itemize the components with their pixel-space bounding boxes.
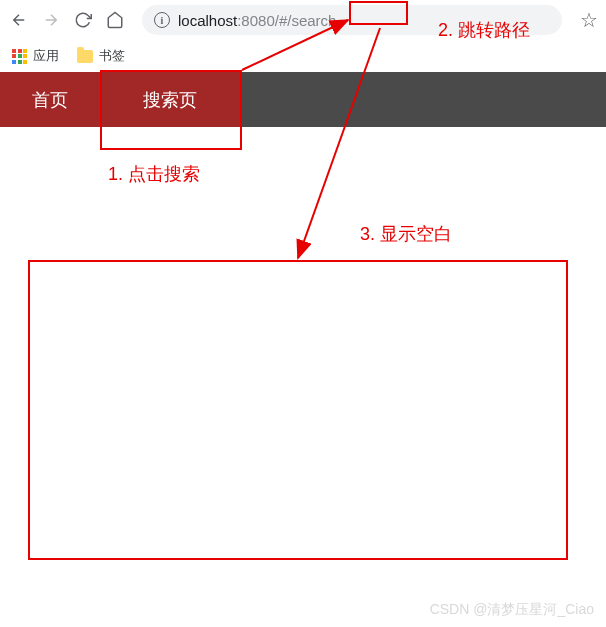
- annotation-label-3: 3. 显示空白: [360, 222, 452, 246]
- home-button[interactable]: [104, 9, 126, 31]
- url-port: :8080: [237, 12, 275, 29]
- address-bar[interactable]: i localhost:8080/#/search: [142, 5, 562, 35]
- watermark: CSDN @清梦压星河_Ciao: [430, 601, 594, 619]
- folder-label: 书签: [99, 47, 125, 65]
- browser-toolbar: i localhost:8080/#/search ☆: [0, 0, 606, 40]
- page-nav: 首页 搜索页: [0, 72, 606, 127]
- apps-grid-icon: [12, 49, 27, 64]
- nav-tab-search[interactable]: 搜索页: [100, 72, 240, 127]
- url-host: localhost: [178, 12, 237, 29]
- site-info-icon[interactable]: i: [154, 12, 170, 28]
- nav-tab-home[interactable]: 首页: [0, 72, 100, 127]
- folder-icon: [77, 50, 93, 63]
- url-path: /#/search: [275, 12, 337, 29]
- bookmark-star-icon[interactable]: ☆: [580, 8, 598, 32]
- back-button[interactable]: [8, 9, 30, 31]
- annotation-label-1: 1. 点击搜索: [108, 162, 200, 186]
- annotation-box-blank-area: [28, 260, 568, 560]
- nav-tab-search-label: 搜索页: [143, 88, 197, 112]
- apps-label: 应用: [33, 47, 59, 65]
- apps-shortcut[interactable]: 应用: [12, 47, 59, 65]
- nav-tab-home-label: 首页: [32, 88, 68, 112]
- forward-button[interactable]: [40, 9, 62, 31]
- bookmarks-bar: 应用 书签: [0, 40, 606, 72]
- bookmarks-folder[interactable]: 书签: [77, 47, 125, 65]
- reload-button[interactable]: [72, 9, 94, 31]
- url-text: localhost:8080/#/search: [178, 12, 336, 29]
